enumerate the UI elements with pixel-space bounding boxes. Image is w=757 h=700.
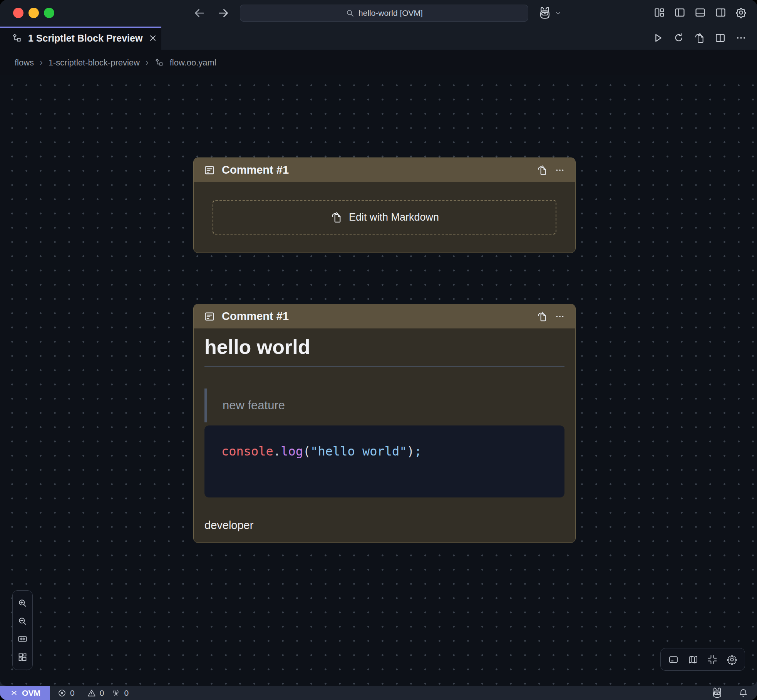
note-icon [204,311,215,322]
maximize-window-button[interactable] [44,8,54,18]
remote-label: OVM [22,688,40,698]
code-block: console.log("hello world"); [204,425,564,497]
breadcrumb-separator: › [146,57,149,68]
search-icon [345,8,355,18]
ports-indicator[interactable]: 0 [111,688,129,698]
more-options-icon[interactable] [554,165,565,176]
open-preview-icon[interactable] [693,32,705,44]
markdown-heading: hello world [204,335,564,358]
comment-node-header[interactable]: Comment #1 [194,158,575,182]
notifications-bell-icon[interactable] [738,688,749,698]
markdown-divider [204,366,564,367]
tab-label: 1 Scriptlet Block Preview [28,33,142,44]
comment-node-header[interactable]: Comment #1 [194,304,575,328]
breadcrumb: flows › 1-scriptlet-block-preview › flow… [0,50,757,75]
edit-markdown-icon[interactable] [536,311,548,322]
comment-node-body: Edit with Markdown [194,182,575,252]
code-line: console.log("hello world"); [221,444,422,459]
remote-icon [10,688,18,697]
split-editor-icon[interactable] [714,32,726,44]
search-value: hello-world [OVM] [358,8,423,18]
fit-view-icon[interactable] [17,634,28,644]
warnings-icon [87,688,96,698]
edit-markdown-icon[interactable] [536,164,548,176]
comment-markdown-body: hello world new feature console.log("hel… [194,335,575,542]
minimap-icon[interactable] [688,654,698,665]
assistant-menu[interactable] [538,5,561,21]
toggle-sidebar-right-icon[interactable] [715,7,727,18]
customize-layout-icon[interactable] [653,7,665,18]
flow-icon [12,33,22,44]
chevron-down-icon [555,10,561,17]
breadcrumb-item-flows[interactable]: flows [15,58,34,68]
canvas-view-toolbar [660,648,745,671]
settings-gear-icon[interactable] [735,7,747,18]
edit-markdown-icon [330,211,343,224]
comment-node-title: Comment #1 [222,164,530,176]
comment-node-filled[interactable]: Comment #1 hello world new feature conso… [193,304,576,543]
remote-indicator[interactable]: OVM [0,686,50,700]
auto-layout-icon[interactable] [17,652,28,662]
edit-with-markdown-button[interactable]: Edit with Markdown [213,200,556,234]
error-count: 0 [70,688,75,698]
command-center-search[interactable]: hello-world [OVM] [240,5,528,22]
toggle-panel-icon[interactable] [694,7,706,18]
canvas-settings-icon[interactable] [727,654,737,665]
toggle-sidebar-left-icon[interactable] [674,7,686,18]
run-flow-icon[interactable] [652,32,664,44]
app-window: hello-world [OVM] 1 Scriptlet Block Prev… [0,0,757,700]
rerun-icon[interactable] [673,32,685,44]
canvas-zoom-toolbar [12,590,33,670]
more-actions-icon[interactable] [735,32,747,44]
problems-indicator[interactable]: 0 0 [57,688,104,698]
title-bar: hello-world [OVM] [0,0,757,27]
edit-with-markdown-label: Edit with Markdown [349,211,439,223]
blockquote-text: new feature [223,399,285,412]
comment-node-title: Comment #1 [222,310,530,323]
breadcrumb-item-file[interactable]: flow.oo.yaml [170,58,216,68]
console-panel-icon[interactable] [668,654,679,665]
minimize-window-button[interactable] [28,8,39,18]
tab-scriptlet-block-preview[interactable]: 1 Scriptlet Block Preview [0,27,161,50]
traffic-lights [13,8,54,18]
flow-canvas[interactable]: Comment #1 Edit with Markdown Comment #1… [0,75,757,686]
port-count: 0 [124,688,129,698]
errors-icon [57,688,67,698]
status-bar: OVM 0 0 0 [0,686,757,700]
comment-node-empty[interactable]: Comment #1 Edit with Markdown [193,157,576,253]
breadcrumb-separator: › [40,57,43,68]
breadcrumb-item-folder[interactable]: 1-scriptlet-block-preview [49,58,140,68]
close-tab-icon[interactable] [148,33,157,43]
collapse-view-icon[interactable] [707,654,718,665]
tab-bar: 1 Scriptlet Block Preview [0,27,757,50]
mascot-status-icon[interactable] [711,687,724,699]
mascot-icon [538,6,552,20]
zoom-in-icon[interactable] [17,598,28,608]
warning-count: 0 [100,688,104,698]
flow-file-icon [154,58,164,67]
note-icon [204,164,215,176]
close-window-button[interactable] [13,8,23,18]
radio-tower-icon [111,688,121,698]
forward-arrow-icon[interactable] [216,6,230,20]
markdown-blockquote: new feature [204,389,564,422]
zoom-out-icon[interactable] [17,616,28,626]
more-options-icon[interactable] [554,311,565,322]
author-text: developer [204,519,564,532]
back-arrow-icon[interactable] [193,6,206,20]
